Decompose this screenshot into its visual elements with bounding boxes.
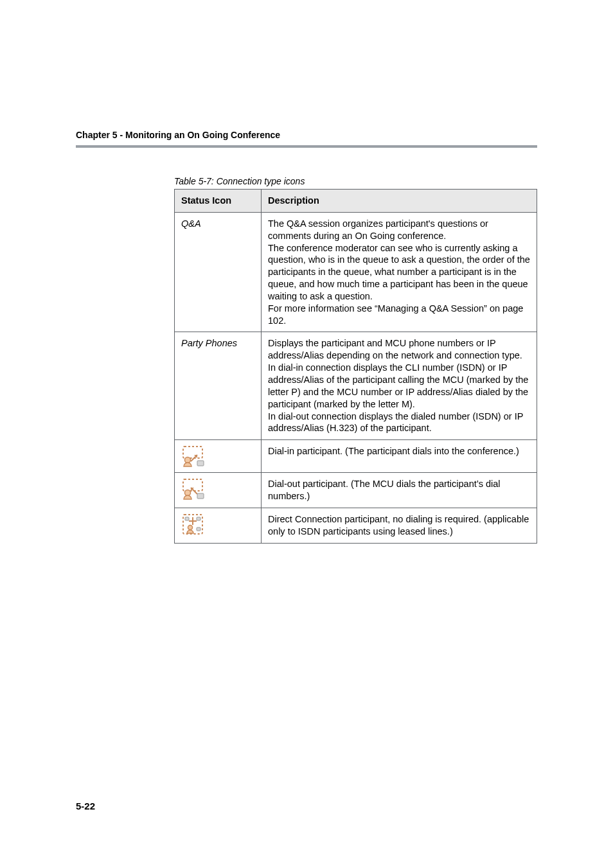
row-desc-dial-out: Dial-out participant. (The MCU dials the… bbox=[262, 473, 537, 508]
svg-rect-12 bbox=[197, 517, 200, 520]
row-desc-qa: The Q&A session organizes participant's … bbox=[262, 212, 537, 332]
page: Chapter 5 - Monitoring an On Going Confe… bbox=[0, 0, 613, 868]
divider bbox=[76, 145, 537, 148]
direct-connection-icon bbox=[175, 508, 262, 543]
header-description: Description bbox=[262, 190, 537, 213]
header-status-icon: Status Icon bbox=[175, 190, 262, 213]
table-row: Dial-in participant. (The participant di… bbox=[175, 440, 537, 473]
svg-point-6 bbox=[185, 490, 191, 496]
svg-rect-4 bbox=[197, 461, 204, 466]
svg-point-14 bbox=[188, 525, 193, 529]
table-header-row: Status Icon Description bbox=[175, 190, 537, 213]
row-desc-direct: Direct Connection participant, no dialin… bbox=[262, 508, 537, 543]
svg-point-1 bbox=[185, 457, 191, 463]
page-number: 5-22 bbox=[76, 801, 95, 811]
svg-rect-0 bbox=[183, 447, 202, 458]
connection-type-table: Status Icon Description Q&A The Q&A sess… bbox=[174, 189, 537, 544]
svg-rect-9 bbox=[197, 493, 204, 499]
table-row: Q&A The Q&A session organizes participan… bbox=[175, 212, 537, 332]
table-row: Direct Connection participant, no dialin… bbox=[175, 508, 537, 543]
table-caption: Table 5-7: Connection type icons bbox=[174, 176, 537, 186]
table-row: Dial-out participant. (The MCU dials the… bbox=[175, 473, 537, 508]
chapter-heading: Chapter 5 - Monitoring an On Going Confe… bbox=[76, 130, 537, 140]
dial-out-icon bbox=[175, 473, 262, 508]
row-desc-party-phones: Displays the participant and MCU phone n… bbox=[262, 332, 537, 440]
dial-in-icon bbox=[175, 440, 262, 473]
svg-rect-11 bbox=[185, 517, 189, 520]
row-label-party-phones: Party Phones bbox=[175, 332, 262, 440]
row-label-qa: Q&A bbox=[175, 212, 262, 332]
svg-rect-13 bbox=[197, 527, 200, 531]
row-desc-dial-in: Dial-in participant. (The participant di… bbox=[262, 440, 537, 473]
table-row: Party Phones Displays the participant an… bbox=[175, 332, 537, 440]
